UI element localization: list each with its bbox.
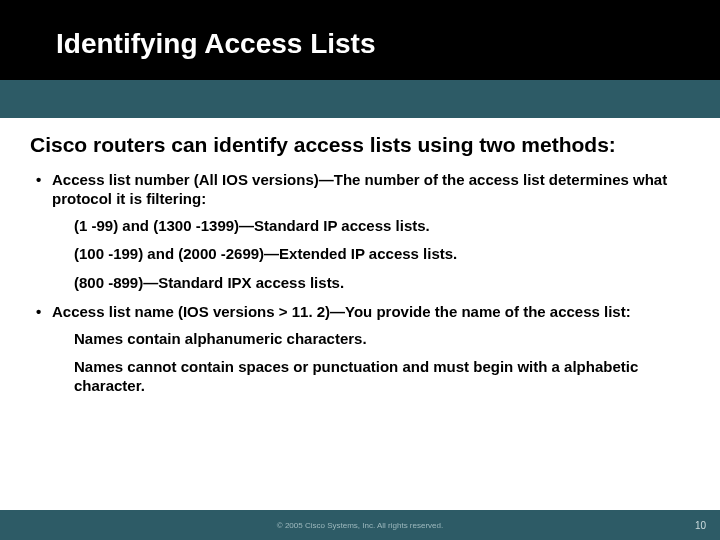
footer: © 2005 Cisco Systems, Inc. All rights re… xyxy=(0,510,720,540)
title-area: Identifying Access Lists xyxy=(0,0,720,118)
bullet-1-sub-2: (100 -199) and (2000 -2699)—Extended IP … xyxy=(30,245,690,264)
title-underline xyxy=(0,80,720,118)
slide: Identifying Access Lists Cisco routers c… xyxy=(0,0,720,540)
bullet-1: Access list number (All IOS versions)—Th… xyxy=(30,171,690,209)
bullet-2: Access list name (IOS versions > 11. 2)—… xyxy=(30,303,690,322)
bullet-2-sub-2: Names cannot contain spaces or punctuati… xyxy=(30,358,690,396)
bullet-list: Access list number (All IOS versions)—Th… xyxy=(30,171,690,396)
slide-body: Cisco routers can identify access lists … xyxy=(0,118,720,510)
intro-text: Cisco routers can identify access lists … xyxy=(30,132,690,157)
page-number: 10 xyxy=(695,510,706,540)
copyright-text: © 2005 Cisco Systems, Inc. All rights re… xyxy=(277,521,443,530)
slide-title: Identifying Access Lists xyxy=(56,28,680,60)
bullet-1-sub-3: (800 -899)—Standard IPX access lists. xyxy=(30,274,690,293)
corner-accent xyxy=(630,0,720,60)
bullet-2-sub-1: Names contain alphanumeric characters. xyxy=(30,330,690,349)
bullet-1-sub-1: (1 -99) and (1300 -1399)—Standard IP acc… xyxy=(30,217,690,236)
